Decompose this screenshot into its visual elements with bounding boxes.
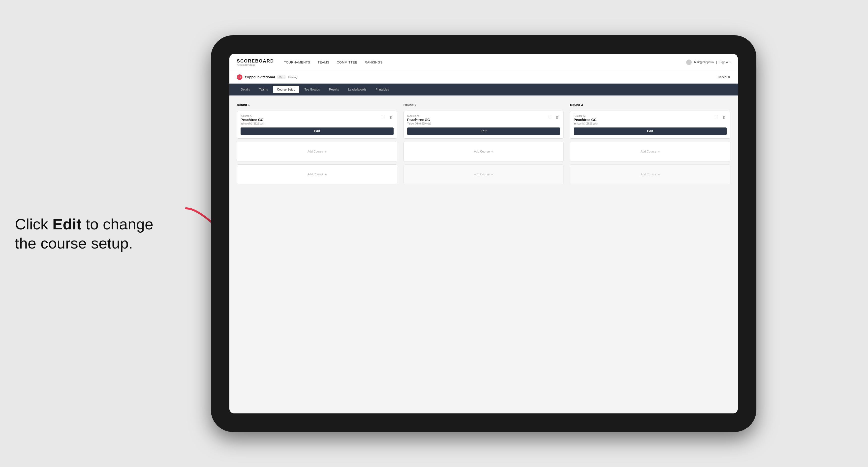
round-2-course-card: (Course A) Peachtree GC Yellow (M) (6629… xyxy=(403,111,564,138)
event-badge: Men xyxy=(277,75,286,79)
tab-leaderboards[interactable]: Leaderboards xyxy=(344,86,370,93)
add-plus-icon: + xyxy=(324,150,327,154)
add-course-1-label: Add Course xyxy=(308,150,323,153)
course-info-2: (Course A) Peachtree GC Yellow (M) (6629… xyxy=(407,115,431,127)
course-details-3: Yellow (M) (6629 yds) xyxy=(574,122,597,125)
course-label-3: (Course A) xyxy=(574,115,597,117)
course-card-header-2: (Course A) Peachtree GC Yellow (M) (6629… xyxy=(407,115,560,127)
logo-sub: Powered by clippd xyxy=(237,64,274,66)
scoreboard-logo: SCOREBOARD Powered by clippd xyxy=(237,59,274,66)
round-3-edit-button[interactable]: Edit xyxy=(574,127,726,135)
card-icons-2: ⠿ 🗑 xyxy=(547,115,560,120)
course-label-2: (Course A) xyxy=(407,115,431,117)
r3-add-plus-icon: + xyxy=(658,150,660,154)
logo-title: SCOREBOARD xyxy=(237,59,274,64)
tab-teams[interactable]: Teams xyxy=(255,86,272,93)
delete-icon[interactable]: 🗑 xyxy=(388,115,394,120)
instruction-bold: Edit xyxy=(53,215,82,232)
round-3-add-course-2: Add Course + xyxy=(570,164,731,184)
nav-tournaments[interactable]: TOURNAMENTS xyxy=(284,59,310,65)
tablet-screen: SCOREBOARD Powered by clippd TOURNAMENTS… xyxy=(229,54,738,413)
course-info-3: (Course A) Peachtree GC Yellow (M) (6629… xyxy=(574,115,597,127)
course-card-header-3: (Course A) Peachtree GC Yellow (M) (6629… xyxy=(574,115,726,127)
course-name: Peachtree GC xyxy=(241,118,265,122)
tab-tee-groups[interactable]: Tee Groups xyxy=(300,86,323,93)
round-1-course-card: (Course A) Peachtree GC Yellow (M) (6629… xyxy=(237,111,397,138)
round-3-course-card: (Course A) Peachtree GC Yellow (M) (6629… xyxy=(570,111,731,138)
nav-teams[interactable]: TEAMS xyxy=(318,59,329,65)
tab-results[interactable]: Results xyxy=(325,86,343,93)
round-3-title: Round 3 xyxy=(570,103,731,107)
tab-details[interactable]: Details xyxy=(237,86,254,93)
event-title: Clippd Invitational xyxy=(245,75,275,79)
round-3-add-course-1[interactable]: Add Course + xyxy=(570,142,731,161)
cancel-button[interactable]: Cancel ✕ xyxy=(718,75,731,79)
course-label: (Course A) xyxy=(241,115,265,117)
r2-add-course-1-label: Add Course xyxy=(474,150,490,153)
tabs-bar: Details Teams Course Setup Tee Groups Re… xyxy=(229,84,738,95)
round-1-add-course-1[interactable]: Add Course + xyxy=(237,142,397,161)
rounds-grid: Round 1 (Course A) Peachtree GC Yellow (… xyxy=(237,103,731,184)
r3-add-course-1-label: Add Course xyxy=(641,150,656,153)
add-plus-icon-2: + xyxy=(324,173,327,176)
tab-course-setup[interactable]: Course Setup xyxy=(273,86,299,93)
instruction-text: Click Edit to change the course setup. xyxy=(15,214,176,253)
r2-add-plus-icon-2: + xyxy=(491,173,493,176)
user-avatar xyxy=(686,60,692,65)
main-content: Round 1 (Course A) Peachtree GC Yellow (… xyxy=(229,95,738,413)
course-card-header: (Course A) Peachtree GC Yellow (M) (6629… xyxy=(241,115,394,127)
top-nav: SCOREBOARD Powered by clippd TOURNAMENTS… xyxy=(229,54,738,71)
delete-icon-2[interactable]: 🗑 xyxy=(555,115,560,120)
nav-separator: | xyxy=(716,61,717,64)
r3-add-plus-icon-2: + xyxy=(658,173,660,176)
event-status: Hosting xyxy=(288,75,297,79)
r2-add-plus-icon: + xyxy=(491,150,493,154)
drag-icon-3[interactable]: ⠿ xyxy=(714,115,719,120)
round-1-edit-button[interactable]: Edit xyxy=(241,127,394,135)
course-name-2: Peachtree GC xyxy=(407,118,431,122)
instruction-prefix: Click xyxy=(15,215,53,232)
tab-printables[interactable]: Printables xyxy=(372,86,393,93)
nav-right: blair@clippd.io | Sign out xyxy=(686,60,731,65)
r2-add-course-2-label: Add Course xyxy=(474,173,490,176)
sign-out-link[interactable]: Sign out xyxy=(719,61,731,64)
round-2-column: Round 2 (Course A) Peachtree GC Yellow (… xyxy=(403,103,564,184)
round-2-edit-button[interactable]: Edit xyxy=(407,127,560,135)
round-3-column: Round 3 (Course A) Peachtree GC Yellow (… xyxy=(570,103,731,184)
course-name-3: Peachtree GC xyxy=(574,118,597,122)
sub-header: C Clippd Invitational Men Hosting Cancel… xyxy=(229,71,738,84)
round-2-add-course-1[interactable]: Add Course + xyxy=(403,142,564,161)
drag-icon-2[interactable]: ⠿ xyxy=(547,115,553,120)
round-1-column: Round 1 (Course A) Peachtree GC Yellow (… xyxy=(237,103,397,184)
card-icons: ⠿ 🗑 xyxy=(381,115,394,120)
delete-icon-3[interactable]: 🗑 xyxy=(721,115,726,120)
user-email: blair@clippd.io xyxy=(694,61,714,64)
course-info: (Course A) Peachtree GC Yellow (M) (6629… xyxy=(241,115,265,127)
add-course-2-label: Add Course xyxy=(308,173,323,176)
course-details: Yellow (M) (6629 yds) xyxy=(241,122,265,125)
r3-add-course-2-label: Add Course xyxy=(641,173,656,176)
nav-rankings[interactable]: RANKINGS xyxy=(365,59,382,65)
round-2-add-course-2: Add Course + xyxy=(403,164,564,184)
round-1-add-course-2[interactable]: Add Course + xyxy=(237,164,397,184)
course-details-2: Yellow (M) (6629 yds) xyxy=(407,122,431,125)
nav-committee[interactable]: COMMITTEE xyxy=(337,59,358,65)
tablet-device: SCOREBOARD Powered by clippd TOURNAMENTS… xyxy=(211,35,756,432)
sub-header-logo: C xyxy=(237,74,242,80)
card-icons-3: ⠿ 🗑 xyxy=(714,115,726,120)
round-1-title: Round 1 xyxy=(237,103,397,107)
drag-icon[interactable]: ⠿ xyxy=(381,115,386,120)
nav-links: TOURNAMENTS TEAMS COMMITTEE RANKINGS xyxy=(284,59,686,65)
round-2-title: Round 2 xyxy=(403,103,564,107)
